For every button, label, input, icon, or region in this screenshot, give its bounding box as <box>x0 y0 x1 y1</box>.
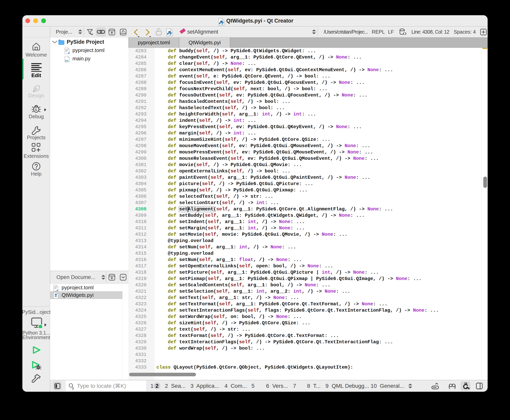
svg-text:PY: PY <box>65 60 69 62</box>
